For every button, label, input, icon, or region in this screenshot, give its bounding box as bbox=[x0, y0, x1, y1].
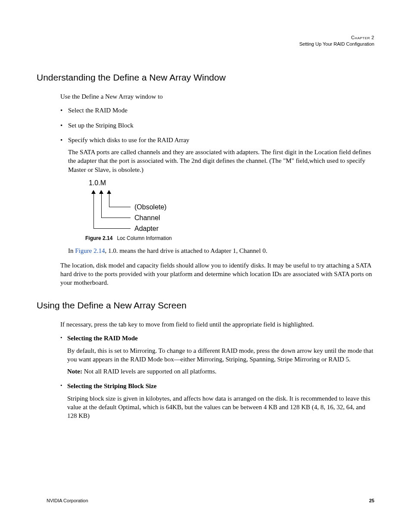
page-footer: NVIDIA Corporation 25 bbox=[47, 498, 374, 504]
list-item: Selecting the RAID Mode By default, this… bbox=[60, 334, 374, 376]
item-body: By default, this is set to Mirroring. To… bbox=[67, 346, 374, 364]
figure-crossref[interactable]: Figure 2.14 bbox=[75, 247, 105, 254]
legend-obsolete: (Obsolete) bbox=[134, 202, 167, 212]
bullet-text: Select the RAID Mode bbox=[68, 107, 128, 114]
section-heading-using: Using the Define a New Array Screen bbox=[37, 299, 374, 311]
legend-channel: Channel bbox=[134, 213, 160, 223]
list-item: Set up the Striping Block bbox=[60, 121, 374, 130]
figure-code: 1.0.M bbox=[89, 178, 374, 188]
section2-body: If necessary, press the tab key to move … bbox=[60, 320, 374, 420]
item-title: Selecting the Striping Block Size bbox=[67, 383, 157, 389]
figure-caption-text: Loc Column Information bbox=[117, 235, 171, 241]
bullet-list-2: Selecting the RAID Mode By default, this… bbox=[60, 334, 374, 420]
list-item: Select the RAID Mode bbox=[60, 106, 374, 115]
page-number: 25 bbox=[369, 498, 374, 504]
closing-paragraph: The location, disk model and capacity fi… bbox=[60, 261, 374, 287]
note-text: Not all RAID levels are supported on all… bbox=[82, 368, 217, 375]
chapter-title: Setting Up Your RAID Configuration bbox=[37, 41, 374, 47]
list-item: Selecting the Striping Block Size Stripi… bbox=[60, 382, 374, 420]
figure-diagram: (Obsolete) Channel Adapter bbox=[79, 188, 374, 231]
legend-adapter: Adapter bbox=[134, 224, 159, 233]
list-item: Specify which disks to use for the RAID … bbox=[60, 136, 374, 255]
page: Chapter 2 Setting Up Your RAID Configura… bbox=[0, 0, 411, 532]
figure-number: Figure 2.14 bbox=[85, 235, 112, 241]
footer-company: NVIDIA Corporation bbox=[47, 498, 88, 504]
figure-loc-column: 1.0.M bbox=[77, 178, 374, 232]
chapter-label: Chapter 2 bbox=[37, 34, 374, 41]
item-note: Note: Not all RAID levels are supported … bbox=[67, 367, 374, 376]
item-body: Striping block size is given in kilobyte… bbox=[67, 394, 374, 420]
note-label: Note: bbox=[67, 368, 82, 375]
figure-caption: Figure 2.14 Loc Column Information bbox=[85, 235, 374, 242]
section-heading-understanding: Understanding the Define a New Array Win… bbox=[37, 72, 374, 84]
bullet-text: Set up the Striping Block bbox=[68, 122, 134, 129]
item-title: Selecting the RAID Mode bbox=[67, 335, 138, 342]
intro-text: Use the Define a New Array window to bbox=[60, 92, 374, 101]
bullet-text: Specify which disks to use for the RAID … bbox=[68, 137, 190, 143]
bullet-subtext: The SATA ports are called channels and t… bbox=[68, 148, 374, 174]
intro-text-2: If necessary, press the tab key to move … bbox=[60, 320, 374, 329]
bullet-list: Select the RAID Mode Set up the Striping… bbox=[60, 106, 374, 255]
figure-followup: In Figure 2.14, 1.0. means the hard driv… bbox=[68, 246, 374, 255]
running-header: Chapter 2 Setting Up Your RAID Configura… bbox=[37, 34, 374, 48]
section1-body: Use the Define a New Array window to Sel… bbox=[60, 92, 374, 287]
